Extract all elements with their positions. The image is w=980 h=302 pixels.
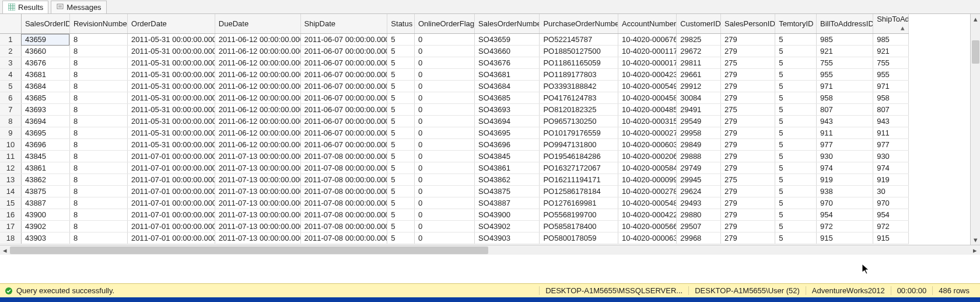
cell-SalesOrderID[interactable]: 43862 xyxy=(21,174,69,186)
cell-RevisionNumber[interactable]: 8 xyxy=(69,46,127,57)
cell-SalesOrderNumber[interactable]: SO43845 xyxy=(475,151,540,162)
cell-TerritoryID[interactable]: 5 xyxy=(775,127,817,139)
cell-Status[interactable]: 5 xyxy=(387,104,415,116)
cell-DueDate[interactable]: 2011-07-13 00:00:00.000 xyxy=(215,209,300,221)
cell-ShipToAddressID[interactable]: 30 xyxy=(873,186,909,197)
cell-AccountNumber[interactable]: 10-4020-000017 xyxy=(618,57,677,69)
cell-SalesOrderNumber[interactable]: SO43676 xyxy=(475,57,540,69)
cell-AccountNumber[interactable]: 10-4020-000027 xyxy=(618,127,677,139)
cell-ShipDate[interactable]: 2011-06-07 00:00:00.000 xyxy=(300,57,387,69)
cell-OrderDate[interactable]: 2011-07-01 00:00:00.000 xyxy=(128,186,215,197)
cell-ShipToAddressID[interactable]: 807 xyxy=(873,104,909,116)
cell-SalesOrderID[interactable]: 43694 xyxy=(21,116,69,127)
cell-OnlineOrderFlag[interactable]: 0 xyxy=(414,197,474,209)
cell-AccountNumber[interactable]: 10-4020-000206 xyxy=(618,151,677,162)
cell-TerritoryID[interactable]: 5 xyxy=(775,186,817,197)
cell-OrderDate[interactable]: 2011-05-31 00:00:00.000 xyxy=(128,116,215,127)
table-row[interactable]: 14365982011-05-31 00:00:00.0002011-06-12… xyxy=(0,34,909,46)
column-header-SalesOrderID[interactable]: SalesOrderID xyxy=(21,14,69,34)
column-header-ShipToAddressID[interactable]: ShipToAd ▴ xyxy=(873,14,909,34)
cell-TerritoryID[interactable]: 5 xyxy=(775,46,817,57)
cell-TerritoryID[interactable]: 5 xyxy=(775,232,817,244)
cell-SalesPersonID[interactable]: 279 xyxy=(721,46,775,57)
cell-ShipDate[interactable]: 2011-06-07 00:00:00.000 xyxy=(300,81,387,92)
table-row[interactable]: 24366082011-05-31 00:00:00.0002011-06-12… xyxy=(0,46,909,57)
row-number[interactable]: 12 xyxy=(0,162,21,174)
cell-Status[interactable]: 5 xyxy=(387,139,415,151)
cell-PurchaseOrderNumber[interactable]: PO16211194171 xyxy=(540,174,618,186)
cell-OnlineOrderFlag[interactable]: 0 xyxy=(414,232,474,244)
cell-OrderDate[interactable]: 2011-05-31 00:00:00.000 xyxy=(128,139,215,151)
tab-messages[interactable]: Messages xyxy=(51,1,106,13)
cell-CustomerID[interactable]: 29811 xyxy=(677,57,721,69)
cell-RevisionNumber[interactable]: 8 xyxy=(69,186,127,197)
row-number[interactable]: 14 xyxy=(0,186,21,197)
cell-PurchaseOrderNumber[interactable]: PO5858178400 xyxy=(540,221,618,232)
cell-ShipDate[interactable]: 2011-07-08 00:00:00.000 xyxy=(300,162,387,174)
cell-TerritoryID[interactable]: 5 xyxy=(775,116,817,127)
cell-RevisionNumber[interactable]: 8 xyxy=(69,197,127,209)
table-row[interactable]: 124386182011-07-01 00:00:00.0002011-07-1… xyxy=(0,162,909,174)
cell-ShipDate[interactable]: 2011-07-08 00:00:00.000 xyxy=(300,209,387,221)
cell-ShipDate[interactable]: 2011-06-07 00:00:00.000 xyxy=(300,127,387,139)
cell-Status[interactable]: 5 xyxy=(387,162,415,174)
cell-OnlineOrderFlag[interactable]: 0 xyxy=(414,221,474,232)
cell-OrderDate[interactable]: 2011-05-31 00:00:00.000 xyxy=(128,57,215,69)
cell-TerritoryID[interactable]: 5 xyxy=(775,221,817,232)
cell-ShipToAddressID[interactable]: 972 xyxy=(873,221,909,232)
cell-PurchaseOrderNumber[interactable]: PO8120182325 xyxy=(540,104,618,116)
table-row[interactable]: 164390082011-07-01 00:00:00.0002011-07-1… xyxy=(0,209,909,221)
scroll-left-icon[interactable]: ◂ xyxy=(0,245,10,255)
cell-ShipToAddressID[interactable]: 755 xyxy=(873,57,909,69)
cell-RevisionNumber[interactable]: 8 xyxy=(69,69,127,81)
cell-BillToAddressID[interactable]: 938 xyxy=(817,186,873,197)
cell-RevisionNumber[interactable]: 8 xyxy=(69,162,127,174)
cell-OnlineOrderFlag[interactable]: 0 xyxy=(414,81,474,92)
cell-Status[interactable]: 5 xyxy=(387,116,415,127)
cell-SalesOrderID[interactable]: 43903 xyxy=(21,232,69,244)
scroll-thumb[interactable] xyxy=(10,247,488,254)
cell-SalesOrderNumber[interactable]: SO43861 xyxy=(475,162,540,174)
cell-SalesOrderNumber[interactable]: SO43695 xyxy=(475,127,540,139)
cell-CustomerID[interactable]: 29958 xyxy=(677,127,721,139)
cell-ShipToAddressID[interactable]: 970 xyxy=(873,197,909,209)
cell-SalesPersonID[interactable]: 279 xyxy=(721,92,775,104)
column-header-BillToAddressID[interactable]: BillToAddressID xyxy=(817,14,873,34)
cell-AccountNumber[interactable]: 10-4020-000278 xyxy=(618,186,677,197)
row-number[interactable]: 9 xyxy=(0,127,21,139)
cell-BillToAddressID[interactable]: 977 xyxy=(817,139,873,151)
cell-BillToAddressID[interactable]: 943 xyxy=(817,116,873,127)
cell-DueDate[interactable]: 2011-06-12 00:00:00.000 xyxy=(215,139,300,151)
cell-SalesPersonID[interactable]: 279 xyxy=(721,197,775,209)
cell-PurchaseOrderNumber[interactable]: PO1276169981 xyxy=(540,197,618,209)
cell-Status[interactable]: 5 xyxy=(387,34,415,46)
cell-ShipToAddressID[interactable]: 911 xyxy=(873,127,909,139)
cell-TerritoryID[interactable]: 5 xyxy=(775,151,817,162)
cell-SalesOrderNumber[interactable]: SO43862 xyxy=(475,174,540,186)
cell-ShipDate[interactable]: 2011-06-07 00:00:00.000 xyxy=(300,139,387,151)
cell-ShipToAddressID[interactable]: 958 xyxy=(873,92,909,104)
row-number[interactable]: 5 xyxy=(0,81,21,92)
table-row[interactable]: 184390382011-07-01 00:00:00.0002011-07-1… xyxy=(0,232,909,244)
cell-BillToAddressID[interactable]: 974 xyxy=(817,162,873,174)
cell-PurchaseOrderNumber[interactable]: PO11861165059 xyxy=(540,57,618,69)
cell-Status[interactable]: 5 xyxy=(387,174,415,186)
table-row[interactable]: 114384582011-07-01 00:00:00.0002011-07-1… xyxy=(0,151,909,162)
cell-BillToAddressID[interactable]: 919 xyxy=(817,174,873,186)
cell-Status[interactable]: 5 xyxy=(387,69,415,81)
cell-Status[interactable]: 5 xyxy=(387,151,415,162)
cell-AccountNumber[interactable]: 10-4020-000422 xyxy=(618,209,677,221)
cell-PurchaseOrderNumber[interactable]: PO522145787 xyxy=(540,34,618,46)
cell-SalesOrderID[interactable]: 43845 xyxy=(21,151,69,162)
cell-CustomerID[interactable]: 29491 xyxy=(677,104,721,116)
row-number[interactable]: 7 xyxy=(0,104,21,116)
column-header-SalesOrderNumber[interactable]: SalesOrderNumber xyxy=(475,14,540,34)
row-number[interactable]: 6 xyxy=(0,92,21,104)
table-row[interactable]: 104369682011-05-31 00:00:00.0002011-06-1… xyxy=(0,139,909,151)
cell-ShipDate[interactable]: 2011-07-08 00:00:00.000 xyxy=(300,174,387,186)
cell-TerritoryID[interactable]: 5 xyxy=(775,174,817,186)
cell-OrderDate[interactable]: 2011-07-01 00:00:00.000 xyxy=(128,174,215,186)
column-header-PurchaseOrderNumber[interactable]: PurchaseOrderNumber xyxy=(540,14,618,34)
table-row[interactable]: 34367682011-05-31 00:00:00.0002011-06-12… xyxy=(0,57,909,69)
cell-PurchaseOrderNumber[interactable]: PO9657130250 xyxy=(540,116,618,127)
